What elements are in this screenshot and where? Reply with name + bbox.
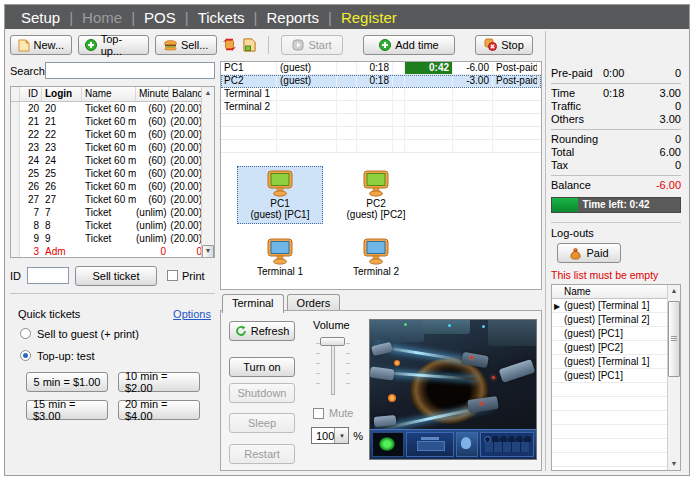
logouts-list-header[interactable]: Name [552,285,680,299]
paid-button[interactable]: Paid [557,243,621,263]
radio-sell-to-guest[interactable]: Sell to guest (+ print) [20,328,215,340]
table-row[interactable]: 77Ticket(unlim)(20.00) [11,206,214,219]
print-checkbox[interactable] [167,270,178,281]
header-login[interactable]: Login [42,87,82,101]
volume-slider[interactable] [311,335,355,397]
refresh-button[interactable]: Refresh [229,321,295,341]
logout-item[interactable]: ▶(guest) [Terminal 1] [552,299,680,313]
map-item-pc1-selected[interactable]: PC1 (guest) [PC1] [237,166,323,224]
chevron-down-icon[interactable]: ▼ [334,428,348,443]
nav-register[interactable]: Register [341,9,397,26]
nav-separator: | [131,9,135,26]
start-icon [292,39,304,51]
table-row[interactable]: 2323Ticket 60 min(60)(20.00) [11,141,214,154]
table-row[interactable]: 2525Ticket 60 min(60)(20.00) [11,167,214,180]
zoom-select[interactable]: 100 ▼ [311,427,349,444]
session-row-terminal1[interactable]: Terminal 1 [221,88,541,101]
header-balance[interactable]: Balance [169,87,205,101]
logout-item[interactable]: (guest) [PC2] [552,341,680,355]
scrollbar-thumb[interactable] [668,301,680,377]
table-row[interactable]: 3Adm00 [11,245,214,258]
scroll-up-icon[interactable]: ▲ [668,285,680,297]
sell-button[interactable]: Sell... [155,35,217,55]
search-input[interactable] [45,62,215,79]
table-row[interactable]: 2727Ticket 60 min(60)(20.00) [11,193,214,206]
map-item-pc2[interactable]: PC2 (guest) [PC2] [333,166,419,224]
scroll-up-icon[interactable]: ▲ [202,87,214,99]
logouts-list: Name ▶(guest) [Terminal 1] (guest) [Term… [551,284,681,471]
table-row[interactable]: 2020Ticket 60 min(60)(20.00) [11,102,214,115]
nav-pos[interactable]: POS [144,9,176,26]
table-row[interactable]: 88Ticket(unlim)(20.00) [11,219,214,232]
divider [551,129,681,130]
start-button[interactable]: Start [281,35,343,55]
nav-setup[interactable]: Setup [21,9,60,26]
radio-icon[interactable] [20,328,31,339]
divider [10,293,215,294]
nav-tickets[interactable]: Tickets [198,9,245,26]
stop-button[interactable]: Stop [475,35,533,55]
session-toolbar: Start Add time Stop [222,34,542,56]
terminal-monitor-icon [264,238,296,265]
scroll-down-icon[interactable]: ▼ [202,245,214,257]
radio-topup-label: Top-up: test [37,350,94,362]
quick-ticket-button-15min[interactable]: 15 min = $3.00 [26,400,108,420]
bottom-tabs: Terminal Orders [222,294,542,311]
table-row[interactable]: 2222Ticket 60 min(60)(20.00) [11,128,214,141]
logout-item[interactable]: (guest) [PC1] [552,369,680,383]
mute-label: Mute [329,407,353,419]
nav-reports[interactable]: Reports [266,9,319,26]
mute-checkbox[interactable] [313,408,324,419]
sleep-button[interactable]: Sleep [229,413,295,433]
document-icon[interactable] [243,38,256,52]
radio-selected-icon[interactable] [20,350,31,361]
tickets-table: ID Login Name Minutes Balance 2020Ticket… [10,86,215,258]
header-id[interactable]: ID [20,87,42,101]
session-row-terminal2[interactable]: Terminal 2 [221,101,541,114]
ticket-id-input[interactable] [27,267,69,284]
map-item-terminal2[interactable]: Terminal 2 [333,234,419,281]
search-label: Search [10,65,45,77]
nav-separator: | [185,9,189,26]
turn-on-button[interactable]: Turn on [229,357,295,377]
new-ticket-button[interactable]: New... [10,35,72,55]
logout-item-empty [552,425,680,439]
percent-label: % [353,430,363,442]
scroll-down-icon[interactable]: ▼ [668,458,680,470]
sync-icon[interactable] [222,37,237,52]
add-time-button[interactable]: Add time [363,35,455,55]
session-row-pc1[interactable]: PC1(guest)0:180:42-6.00Post-paid [221,62,541,75]
table-row[interactable]: 2626Ticket 60 min(60)(20.00) [11,180,214,193]
table-row[interactable]: 2424Ticket 60 min(60)(20.00) [11,154,214,167]
logouts-scrollbar[interactable]: ▲ ▼ [667,285,680,470]
table-row[interactable]: 2121Ticket 60 min(60)(20.00) [11,115,214,128]
logout-item[interactable]: (guest) [Terminal 1] [552,355,680,369]
current-row-marker-icon: ▶ [554,300,560,313]
table-header[interactable]: ID Login Name Minutes Balance [11,87,214,102]
table-scrollbar[interactable]: ▲ ▼ [201,87,214,257]
table-row[interactable]: 99Ticket(unlim)(20.00) [11,232,214,245]
sell-ticket-button[interactable]: Sell ticket [75,266,157,286]
nav-home[interactable]: Home [82,9,122,26]
logout-item[interactable]: (guest) [PC1] [552,327,680,341]
radio-sell-label: Sell to guest (+ print) [37,328,139,340]
header-minutes[interactable]: Minutes [136,87,169,101]
slider-thumb[interactable] [320,337,345,346]
app-frame: Setup | Home | POS | Tickets | Reports |… [4,4,690,476]
quick-ticket-button-10min[interactable]: 10 min = $2.00 [118,372,200,392]
summary-label: Pre-paid [551,67,603,80]
shutdown-button[interactable]: Shutdown [229,383,295,403]
session-row-pc2-selected[interactable]: PC2(guest)0:18-3.00Post-paid [221,75,541,88]
logout-item-empty [552,411,680,425]
logout-item[interactable]: (guest) [Terminal 2] [552,313,680,327]
header-name[interactable]: Name [82,87,136,101]
radio-topup[interactable]: Top-up: test [20,350,215,362]
options-link[interactable]: Options [173,308,211,320]
restart-button[interactable]: Restart [229,444,295,464]
quick-ticket-button-20min[interactable]: 20 min = $4.00 [118,400,200,420]
topup-label: Top-up... [101,33,143,57]
quick-ticket-button-5min[interactable]: 5 min = $1.00 [26,372,108,392]
tab-terminal[interactable]: Terminal [222,294,284,313]
topup-button[interactable]: Top-up... [78,35,150,55]
map-item-terminal1[interactable]: Terminal 1 [237,234,323,281]
